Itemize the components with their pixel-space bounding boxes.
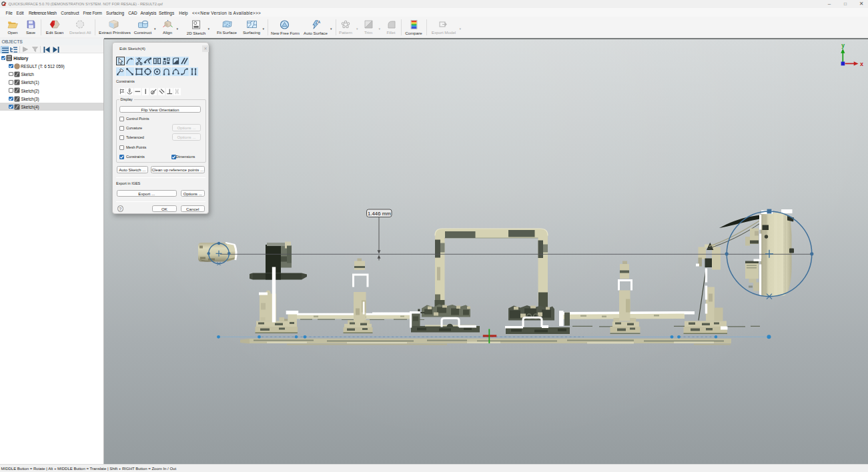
svg-text:1.446 mm: 1.446 mm bbox=[368, 210, 391, 216]
svg-text:y: y bbox=[841, 41, 845, 48]
svg-text:x: x bbox=[860, 60, 863, 67]
svg-text:A: A bbox=[318, 20, 320, 24]
